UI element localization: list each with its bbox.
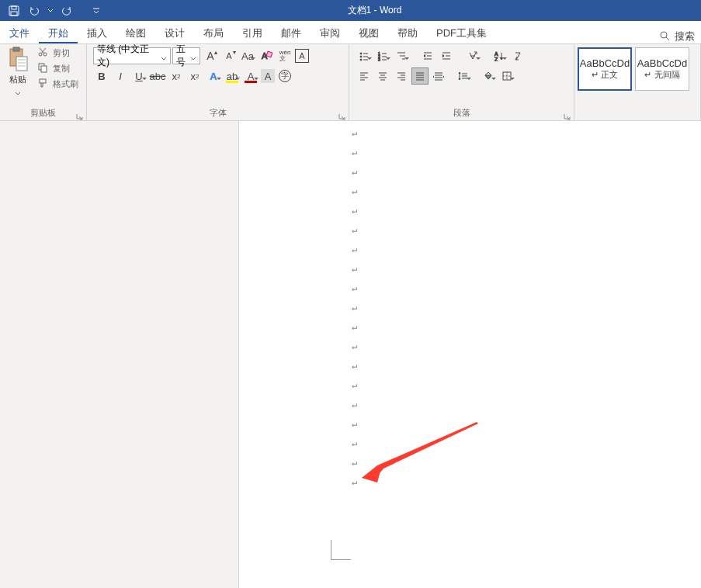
copy-icon bbox=[37, 62, 50, 74]
tab-home[interactable]: 开始 bbox=[39, 22, 78, 43]
style-sample: AaBbCcDd bbox=[637, 57, 687, 69]
shading-button[interactable] bbox=[480, 67, 497, 85]
format-painter-label: 格式刷 bbox=[53, 78, 78, 90]
shrink-font-button[interactable]: A▾ bbox=[220, 47, 238, 64]
superscript-button[interactable]: x2 bbox=[186, 67, 203, 85]
group-clipboard: 粘贴 剪切 复制 格式刷 剪贴板 bbox=[0, 44, 87, 120]
search-icon bbox=[659, 30, 670, 43]
font-dialog-launcher[interactable] bbox=[338, 109, 347, 119]
cut-button[interactable]: 剪切 bbox=[36, 46, 80, 60]
tab-file[interactable]: 文件 bbox=[0, 22, 39, 43]
tab-insert[interactable]: 插入 bbox=[78, 22, 116, 43]
svg-rect-8 bbox=[16, 57, 27, 71]
qat-customize-icon[interactable] bbox=[88, 3, 104, 19]
tab-review[interactable]: 审阅 bbox=[311, 22, 349, 43]
svg-marker-73 bbox=[362, 422, 478, 478]
document-page[interactable]: ↵↵↵↵↵↵ ↵↵↵↵↵↵ ↵↵↵↵↵↵↵ bbox=[239, 121, 701, 588]
tab-design[interactable]: 设计 bbox=[155, 22, 194, 43]
navigation-pane[interactable] bbox=[0, 121, 239, 588]
svg-rect-2 bbox=[11, 12, 17, 16]
phonetic-guide-button[interactable]: wén文 bbox=[276, 47, 293, 64]
multilevel-list-button[interactable] bbox=[393, 47, 410, 64]
align-justify-button[interactable] bbox=[411, 67, 429, 85]
font-size-value: 五号 bbox=[176, 43, 190, 69]
search-label: 搜索 bbox=[675, 29, 695, 43]
chevron-down-icon bbox=[15, 85, 21, 92]
svg-rect-18 bbox=[40, 79, 46, 83]
tab-help[interactable]: 帮助 bbox=[388, 22, 427, 43]
chevron-down-icon bbox=[190, 53, 196, 59]
bold-button[interactable]: B bbox=[93, 67, 110, 85]
format-painter-button[interactable]: 格式刷 bbox=[36, 77, 80, 91]
sort-button[interactable]: AZ bbox=[491, 47, 508, 64]
align-center-button[interactable] bbox=[374, 67, 391, 85]
group-font: 等线 (中文正文) 五号 A▴ A▾ Aa A wén文 A B I U abc bbox=[87, 44, 349, 120]
grow-font-button[interactable]: A▴ bbox=[202, 47, 219, 64]
ribbon-tabs: 文件 开始 插入 绘图 设计 布局 引用 邮件 审阅 视图 帮助 PDF工具集 … bbox=[0, 21, 701, 44]
style-normal[interactable]: AaBbCcDd ↵ 正文 bbox=[578, 47, 632, 91]
align-distributed-button[interactable] bbox=[430, 67, 447, 85]
align-right-button[interactable] bbox=[393, 67, 410, 85]
borders-button[interactable] bbox=[498, 67, 515, 85]
subscript-button[interactable]: x2 bbox=[168, 67, 185, 85]
tab-references[interactable]: 引用 bbox=[233, 22, 272, 43]
tab-mailings[interactable]: 邮件 bbox=[272, 22, 311, 43]
scissors-icon bbox=[37, 47, 50, 59]
highlight-button[interactable]: ab bbox=[224, 67, 241, 85]
clipboard-group-label: 剪贴板 bbox=[3, 105, 83, 120]
asian-layout-button[interactable] bbox=[464, 47, 481, 64]
tab-view[interactable]: 视图 bbox=[349, 22, 388, 43]
cut-label: 剪切 bbox=[53, 47, 70, 59]
decrease-indent-button[interactable] bbox=[419, 47, 436, 64]
svg-text:3: 3 bbox=[378, 57, 380, 61]
copy-button[interactable]: 复制 bbox=[36, 61, 80, 75]
font-size-combo[interactable]: 五号 bbox=[172, 47, 200, 64]
search-box[interactable]: 搜索 bbox=[659, 29, 701, 43]
increase-indent-button[interactable] bbox=[438, 47, 455, 64]
paste-label: 粘贴 bbox=[9, 74, 26, 85]
style-name: ↵ 正文 bbox=[592, 69, 618, 81]
font-name-combo[interactable]: 等线 (中文正文) bbox=[93, 47, 171, 64]
tab-layout[interactable]: 布局 bbox=[194, 22, 233, 43]
svg-point-4 bbox=[661, 32, 667, 38]
align-left-button[interactable] bbox=[356, 67, 373, 85]
ribbon: 粘贴 剪切 复制 格式刷 剪贴板 bbox=[0, 44, 701, 121]
tab-draw[interactable]: 绘图 bbox=[116, 22, 155, 43]
show-marks-button[interactable] bbox=[509, 47, 526, 64]
document-area[interactable]: ↵↵↵↵↵↵ ↵↵↵↵↵↵ ↵↵↵↵↵↵↵ bbox=[239, 121, 701, 588]
svg-point-21 bbox=[360, 53, 362, 54]
annotation-arrow bbox=[362, 422, 486, 484]
tab-pdf-tools[interactable]: PDF工具集 bbox=[427, 22, 496, 43]
style-no-spacing[interactable]: AaBbCcDd ↵ 无间隔 bbox=[635, 47, 689, 91]
character-border-button[interactable]: A bbox=[295, 49, 309, 63]
character-shading-button[interactable]: A bbox=[261, 69, 275, 83]
italic-button[interactable]: I bbox=[112, 67, 129, 85]
font-name-value: 等线 (中文正文) bbox=[97, 43, 161, 69]
clipboard-dialog-launcher[interactable] bbox=[75, 109, 85, 119]
clear-formatting-button[interactable]: A bbox=[258, 47, 275, 64]
paste-button[interactable]: 粘贴 bbox=[3, 46, 33, 92]
font-color-button[interactable]: A bbox=[242, 67, 259, 85]
chevron-down-icon bbox=[161, 53, 167, 59]
strikethrough-button[interactable]: abc bbox=[149, 67, 166, 85]
copy-label: 复制 bbox=[53, 63, 70, 74]
svg-marker-74 bbox=[362, 465, 382, 483]
line-spacing-button[interactable] bbox=[455, 67, 472, 85]
undo-dropdown-icon[interactable] bbox=[47, 3, 54, 19]
paintbrush-icon bbox=[37, 78, 50, 90]
change-case-button[interactable]: Aa bbox=[239, 47, 256, 64]
underline-button[interactable]: U bbox=[130, 67, 147, 85]
text-effects-button[interactable]: A bbox=[205, 67, 222, 85]
svg-point-25 bbox=[360, 59, 362, 61]
undo-icon[interactable] bbox=[26, 3, 42, 19]
svg-rect-20 bbox=[266, 51, 272, 57]
font-group-label: 字体 bbox=[90, 105, 345, 120]
enclose-characters-button[interactable]: 字 bbox=[276, 67, 293, 85]
svg-rect-1 bbox=[12, 6, 16, 9]
redo-icon[interactable] bbox=[59, 3, 75, 19]
bullets-button[interactable] bbox=[356, 47, 373, 64]
paragraph-dialog-launcher[interactable] bbox=[563, 109, 572, 119]
save-icon[interactable] bbox=[6, 3, 22, 19]
workspace: ↵↵↵↵↵↵ ↵↵↵↵↵↵ ↵↵↵↵↵↵↵ bbox=[0, 121, 701, 588]
numbering-button[interactable]: 123 bbox=[374, 47, 391, 64]
